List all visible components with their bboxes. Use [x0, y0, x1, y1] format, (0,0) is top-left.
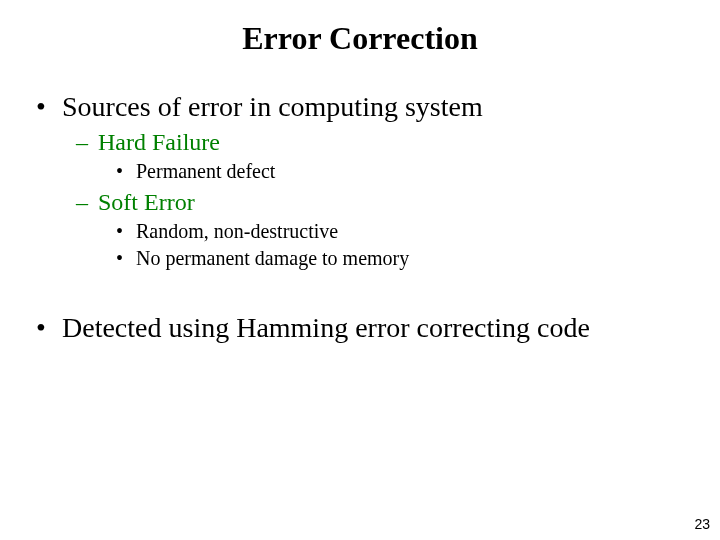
- bullet-text: Soft Error: [98, 189, 195, 216]
- bullet-text: Permanent defect: [136, 160, 275, 183]
- bullet-dot-icon: •: [116, 220, 136, 243]
- bullet-level3: • Random, non-destructive: [116, 220, 684, 243]
- dash-icon: –: [76, 189, 98, 216]
- dash-icon: –: [76, 129, 98, 156]
- bullet-level3: • No permanent damage to memory: [116, 247, 684, 270]
- slide-content: • Sources of error in computing system –…: [0, 91, 720, 344]
- spacer: [36, 274, 684, 302]
- bullet-level3: • Permanent defect: [116, 160, 684, 183]
- bullet-dot-icon: •: [36, 91, 62, 123]
- bullet-text: No permanent damage to memory: [136, 247, 409, 270]
- bullet-level2: – Soft Error: [76, 189, 684, 216]
- bullet-text: Hard Failure: [98, 129, 220, 156]
- bullet-dot-icon: •: [36, 312, 62, 344]
- bullet-level1: • Sources of error in computing system: [36, 91, 684, 123]
- bullet-text: Random, non-destructive: [136, 220, 338, 243]
- page-title: Error Correction: [0, 0, 720, 81]
- bullet-dot-icon: •: [116, 247, 136, 270]
- page-number: 23: [694, 516, 710, 532]
- bullet-text: Detected using Hamming error correcting …: [62, 312, 590, 344]
- bullet-level2: – Hard Failure: [76, 129, 684, 156]
- bullet-level1: • Detected using Hamming error correctin…: [36, 312, 684, 344]
- slide: Error Correction • Sources of error in c…: [0, 0, 720, 540]
- bullet-text: Sources of error in computing system: [62, 91, 483, 123]
- bullet-dot-icon: •: [116, 160, 136, 183]
